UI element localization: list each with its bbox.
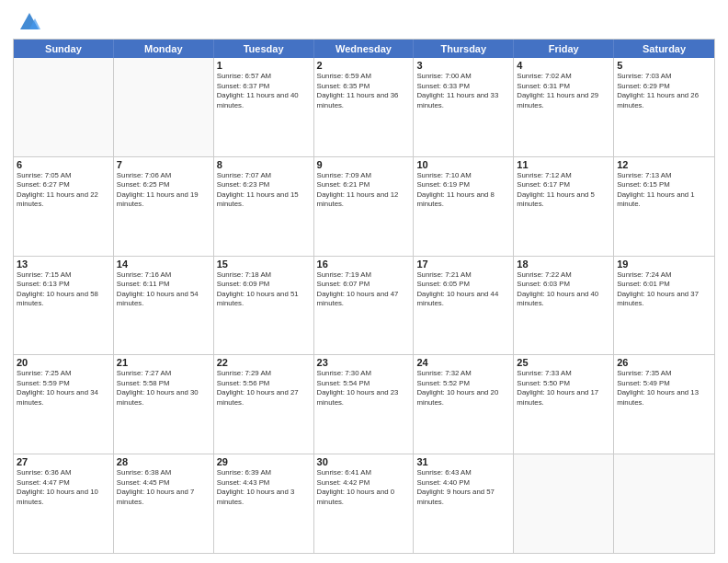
day-cell-22: 22Sunrise: 7:29 AM Sunset: 5:56 PM Dayli… [214,355,314,454]
cell-info: Sunrise: 7:32 AM Sunset: 5:52 PM Dayligh… [416,369,510,408]
day-number: 26 [617,357,711,368]
header-day-wednesday: Wednesday [314,40,415,58]
cell-info: Sunrise: 7:33 AM Sunset: 5:50 PM Dayligh… [517,369,610,408]
header-day-monday: Monday [114,40,214,58]
day-cell-9: 9Sunrise: 7:09 AM Sunset: 6:21 PM Daylig… [314,157,415,256]
day-cell-20: 20Sunrise: 7:25 AM Sunset: 5:59 PM Dayli… [14,355,114,454]
day-number: 18 [517,259,610,270]
day-number: 31 [416,456,510,467]
day-cell-16: 16Sunrise: 7:19 AM Sunset: 6:07 PM Dayli… [314,257,415,355]
week-row-1: 1Sunrise: 6:57 AM Sunset: 6:37 PM Daylig… [14,58,714,156]
cell-info: Sunrise: 7:12 AM Sunset: 6:17 PM Dayligh… [517,171,610,210]
header-day-sunday: Sunday [14,40,114,58]
header-day-thursday: Thursday [414,40,514,58]
day-number: 22 [217,357,311,368]
day-cell-21: 21Sunrise: 7:27 AM Sunset: 5:58 PM Dayli… [114,355,214,454]
cell-info: Sunrise: 7:35 AM Sunset: 5:49 PM Dayligh… [617,369,711,408]
logo-icon [17,9,42,35]
day-number: 19 [617,259,711,270]
calendar-header: SundayMondayTuesdayWednesdayThursdayFrid… [14,40,714,58]
day-cell-30: 30Sunrise: 6:41 AM Sunset: 4:42 PM Dayli… [314,454,415,553]
day-cell-24: 24Sunrise: 7:32 AM Sunset: 5:52 PM Dayli… [414,355,514,454]
day-number: 25 [517,357,610,368]
cell-info: Sunrise: 7:15 AM Sunset: 6:13 PM Dayligh… [17,270,110,309]
cell-info: Sunrise: 7:24 AM Sunset: 6:01 PM Dayligh… [617,270,711,309]
empty-cell [114,58,214,156]
day-number: 30 [317,456,411,467]
day-number: 11 [517,159,610,170]
day-cell-5: 5Sunrise: 7:03 AM Sunset: 6:29 PM Daylig… [614,58,714,156]
cell-info: Sunrise: 6:57 AM Sunset: 6:37 PM Dayligh… [217,72,311,110]
cell-info: Sunrise: 6:38 AM Sunset: 4:45 PM Dayligh… [117,468,210,507]
cell-info: Sunrise: 7:18 AM Sunset: 6:09 PM Dayligh… [217,270,311,309]
cell-info: Sunrise: 7:06 AM Sunset: 6:25 PM Dayligh… [117,171,210,210]
day-number: 10 [416,159,510,170]
day-number: 2 [317,60,411,71]
week-row-5: 27Sunrise: 6:36 AM Sunset: 4:47 PM Dayli… [14,454,714,553]
cell-info: Sunrise: 7:30 AM Sunset: 5:54 PM Dayligh… [317,369,411,408]
cell-info: Sunrise: 7:16 AM Sunset: 6:11 PM Dayligh… [117,270,210,309]
day-number: 4 [517,60,610,71]
header [13,9,715,35]
day-cell-23: 23Sunrise: 7:30 AM Sunset: 5:54 PM Dayli… [314,355,415,454]
cell-info: Sunrise: 7:03 AM Sunset: 6:29 PM Dayligh… [617,72,711,110]
header-day-friday: Friday [514,40,614,58]
cell-info: Sunrise: 6:39 AM Sunset: 4:43 PM Dayligh… [217,468,311,507]
cell-info: Sunrise: 7:27 AM Sunset: 5:58 PM Dayligh… [117,369,210,408]
cell-info: Sunrise: 7:10 AM Sunset: 6:19 PM Dayligh… [416,171,510,210]
day-cell-3: 3Sunrise: 7:00 AM Sunset: 6:33 PM Daylig… [414,58,514,156]
cell-info: Sunrise: 7:13 AM Sunset: 6:15 PM Dayligh… [617,171,711,210]
day-number: 21 [117,357,210,368]
day-number: 23 [317,357,411,368]
day-number: 27 [17,456,110,467]
day-number: 12 [617,159,711,170]
day-number: 3 [416,60,510,71]
day-number: 20 [17,357,110,368]
day-number: 17 [416,259,510,270]
day-cell-31: 31Sunrise: 6:43 AM Sunset: 4:40 PM Dayli… [414,454,514,553]
cell-info: Sunrise: 7:22 AM Sunset: 6:03 PM Dayligh… [517,270,610,309]
day-cell-2: 2Sunrise: 6:59 AM Sunset: 6:35 PM Daylig… [314,58,415,156]
day-cell-27: 27Sunrise: 6:36 AM Sunset: 4:47 PM Dayli… [14,454,114,553]
day-cell-13: 13Sunrise: 7:15 AM Sunset: 6:13 PM Dayli… [14,257,114,355]
day-number: 16 [317,259,411,270]
day-number: 15 [217,259,311,270]
page: SundayMondayTuesdayWednesdayThursdayFrid… [0,0,728,563]
day-number: 24 [416,357,510,368]
cell-info: Sunrise: 7:21 AM Sunset: 6:05 PM Dayligh… [416,270,510,309]
day-cell-17: 17Sunrise: 7:21 AM Sunset: 6:05 PM Dayli… [414,257,514,355]
day-cell-10: 10Sunrise: 7:10 AM Sunset: 6:19 PM Dayli… [414,157,514,256]
day-cell-18: 18Sunrise: 7:22 AM Sunset: 6:03 PM Dayli… [514,257,614,355]
day-cell-19: 19Sunrise: 7:24 AM Sunset: 6:01 PM Dayli… [614,257,714,355]
week-row-4: 20Sunrise: 7:25 AM Sunset: 5:59 PM Dayli… [14,354,714,454]
day-cell-4: 4Sunrise: 7:02 AM Sunset: 6:31 PM Daylig… [514,58,614,156]
day-cell-11: 11Sunrise: 7:12 AM Sunset: 6:17 PM Dayli… [514,157,614,256]
day-number: 8 [217,159,311,170]
cell-info: Sunrise: 7:19 AM Sunset: 6:07 PM Dayligh… [317,270,411,309]
day-number: 5 [617,60,711,71]
cell-info: Sunrise: 7:02 AM Sunset: 6:31 PM Dayligh… [517,72,610,110]
day-number: 1 [217,60,311,71]
day-number: 14 [117,259,210,270]
day-number: 7 [117,159,210,170]
day-number: 9 [317,159,411,170]
logo [13,9,42,35]
cell-info: Sunrise: 7:00 AM Sunset: 6:33 PM Dayligh… [416,72,510,110]
week-row-3: 13Sunrise: 7:15 AM Sunset: 6:13 PM Dayli… [14,256,714,355]
empty-cell [14,58,114,156]
header-day-tuesday: Tuesday [214,40,314,58]
cell-info: Sunrise: 7:29 AM Sunset: 5:56 PM Dayligh… [217,369,311,408]
empty-cell [514,454,614,553]
cell-info: Sunrise: 7:05 AM Sunset: 6:27 PM Dayligh… [17,171,110,210]
day-cell-29: 29Sunrise: 6:39 AM Sunset: 4:43 PM Dayli… [214,454,314,553]
empty-cell [614,454,714,553]
day-cell-14: 14Sunrise: 7:16 AM Sunset: 6:11 PM Dayli… [114,257,214,355]
day-number: 6 [17,159,110,170]
calendar-body: 1Sunrise: 6:57 AM Sunset: 6:37 PM Daylig… [14,58,714,553]
cell-info: Sunrise: 6:41 AM Sunset: 4:42 PM Dayligh… [317,468,411,507]
day-number: 29 [217,456,311,467]
header-day-saturday: Saturday [614,40,714,58]
day-cell-12: 12Sunrise: 7:13 AM Sunset: 6:15 PM Dayli… [614,157,714,256]
day-number: 28 [117,456,210,467]
cell-info: Sunrise: 6:59 AM Sunset: 6:35 PM Dayligh… [317,72,411,110]
